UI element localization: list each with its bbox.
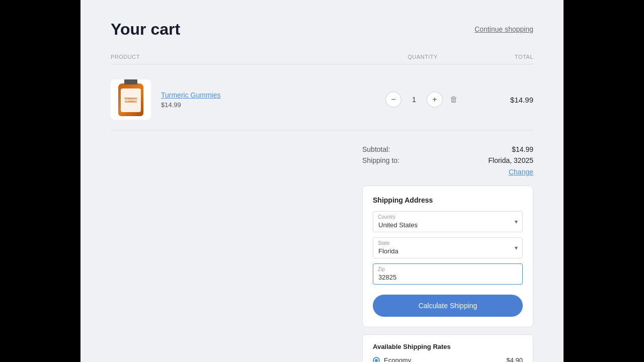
continue-shopping-link[interactable]: Continue shopping bbox=[474, 25, 533, 33]
product-name[interactable]: Turmeric Gummies bbox=[161, 91, 221, 99]
item-total: $14.99 bbox=[473, 96, 533, 104]
country-label: Country bbox=[378, 214, 395, 220]
state-select[interactable]: Florida California New York Texas bbox=[373, 237, 523, 258]
shipping-address-title: Shipping Address bbox=[373, 196, 523, 204]
subtotal-row: Subtotal: $14.99 bbox=[362, 145, 533, 153]
product-column-header: PRODUCT bbox=[111, 54, 372, 60]
economy-rate-price: $4.90 bbox=[506, 356, 523, 362]
shipping-rates-section: Available Shipping Rates Economy $4.90 S… bbox=[362, 334, 533, 362]
change-shipping-link[interactable]: Change bbox=[509, 168, 533, 176]
economy-radio[interactable] bbox=[373, 357, 380, 363]
delete-item-button[interactable]: 🗑 bbox=[448, 93, 460, 106]
page-title: Your cart bbox=[111, 20, 180, 39]
state-label: State bbox=[378, 240, 389, 246]
shipping-address-card: Shipping Address Country United States C… bbox=[362, 186, 533, 327]
product-details: Turmeric Gummies $14.99 bbox=[161, 91, 221, 109]
shipping-to-label: Shipping to: bbox=[362, 156, 399, 164]
product-info: TURMERICGUMMIES Turmeric Gummies $14.99 bbox=[111, 79, 372, 120]
subtotal-value: $14.99 bbox=[512, 145, 533, 153]
subtotal-label: Subtotal: bbox=[362, 145, 390, 153]
zip-label: Zip bbox=[378, 266, 385, 272]
economy-rate-option: Economy $4.90 bbox=[373, 356, 523, 362]
page-header: Your cart Continue shopping bbox=[111, 20, 533, 39]
total-column-header: TOTAL bbox=[473, 54, 533, 60]
quantity-display: 1 bbox=[401, 96, 427, 104]
product-image: TURMERICGUMMIES bbox=[111, 79, 151, 120]
quantity-control: − 1 + 🗑 bbox=[372, 92, 473, 108]
zip-field-group: Zip bbox=[373, 263, 523, 285]
calculate-shipping-button[interactable]: Calculate Shipping bbox=[373, 295, 523, 317]
shipping-rates-title: Available Shipping Rates bbox=[373, 343, 523, 350]
product-price: $14.99 bbox=[161, 101, 221, 109]
country-field-group: Country United States Canada United King… bbox=[373, 211, 523, 232]
decrease-quantity-button[interactable]: − bbox=[385, 92, 401, 108]
economy-rate-name: Economy bbox=[384, 356, 411, 362]
summary-section: Subtotal: $14.99 Shipping to: Florida, 3… bbox=[111, 145, 533, 362]
quantity-column-header: QUANTITY bbox=[372, 54, 473, 60]
state-field-group: State Florida California New York Texas … bbox=[373, 237, 523, 258]
cart-item: TURMERICGUMMIES Turmeric Gummies $14.99 … bbox=[111, 69, 533, 130]
increase-quantity-button[interactable]: + bbox=[427, 92, 443, 108]
shipping-row: Shipping to: Florida, 32025 bbox=[362, 156, 533, 164]
zip-input[interactable] bbox=[373, 263, 523, 285]
column-headers: PRODUCT QUANTITY TOTAL bbox=[111, 54, 533, 64]
shipping-to-value: Florida, 32025 bbox=[488, 156, 533, 164]
